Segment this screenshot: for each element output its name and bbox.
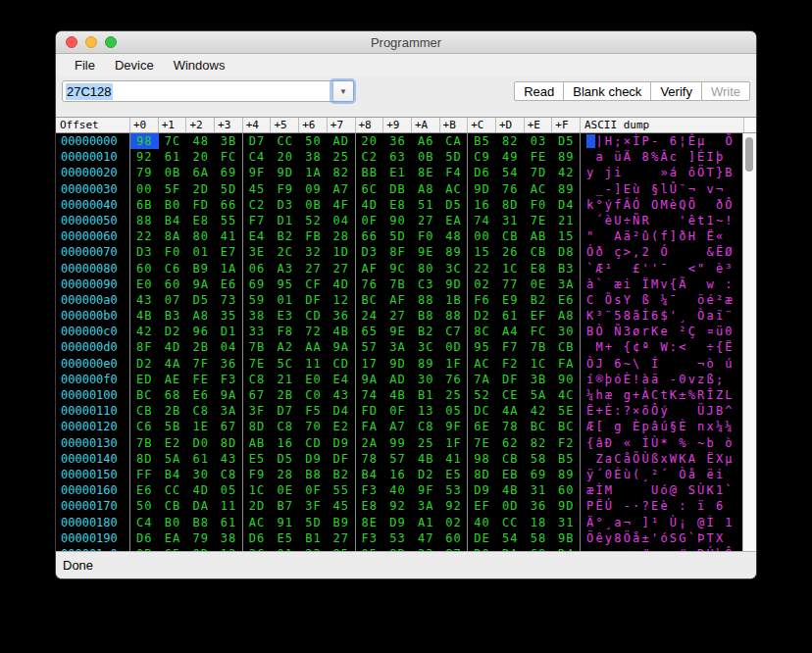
blank-check-button[interactable]: Blank check xyxy=(563,81,651,101)
hex-byte[interactable]: 89 xyxy=(440,244,469,260)
hex-byte[interactable]: CB xyxy=(496,228,525,244)
hex-byte[interactable]: 02 xyxy=(468,276,496,292)
hex-byte[interactable]: 09 xyxy=(299,181,328,197)
hex-byte[interactable]: 8F xyxy=(130,339,159,355)
hex-byte[interactable]: 7E xyxy=(243,356,272,372)
hex-byte[interactable]: A7 xyxy=(328,181,356,197)
hex-byte[interactable]: E2 xyxy=(328,419,356,434)
hex-byte[interactable]: 79 xyxy=(130,165,159,180)
hex-byte[interactable]: 58 xyxy=(525,451,553,467)
hex-byte[interactable]: 60 xyxy=(130,261,159,276)
hex-byte[interactable]: 4B xyxy=(130,308,159,324)
hex-byte[interactable]: 4B xyxy=(383,387,412,403)
hex-byte[interactable]: AB xyxy=(525,228,553,244)
hex-byte[interactable]: D3 xyxy=(130,244,159,260)
hex-byte[interactable]: 38 xyxy=(215,530,243,546)
hex-byte[interactable]: EF xyxy=(525,308,553,324)
hex-byte[interactable]: F2 xyxy=(552,435,581,451)
hex-byte[interactable]: C6 xyxy=(159,261,187,276)
hex-byte[interactable]: 79 xyxy=(186,530,215,546)
hex-byte[interactable]: 31 xyxy=(552,515,581,530)
hex-byte[interactable]: 1E xyxy=(186,419,215,434)
hex-byte[interactable]: FC xyxy=(525,324,553,339)
hex-byte[interactable]: 40 xyxy=(468,515,496,530)
hex-byte[interactable]: 15 xyxy=(552,228,581,244)
hex-byte[interactable]: 45 xyxy=(328,498,356,514)
hex-byte[interactable]: B1 xyxy=(412,387,440,403)
hex-byte[interactable]: 28 xyxy=(328,228,356,244)
hex-byte[interactable]: 8F xyxy=(383,244,412,260)
ascii-dump-text[interactable]: í®þóÈ!àä -0vzß; xyxy=(581,372,742,387)
hex-byte[interactable]: 9D xyxy=(440,276,469,292)
hex-byte[interactable]: 50 xyxy=(299,133,328,149)
hex-byte[interactable]: 40 xyxy=(383,482,412,498)
hex-byte[interactable]: 50 xyxy=(130,498,159,514)
hex-byte[interactable]: B5 xyxy=(552,451,581,467)
hex-byte[interactable]: 9D xyxy=(271,165,299,180)
hex-byte[interactable]: A2 xyxy=(271,339,299,355)
hex-byte[interactable]: F3 xyxy=(215,372,243,387)
hex-byte[interactable]: AC xyxy=(440,181,469,197)
hex-byte[interactable]: E0 xyxy=(299,372,328,387)
hex-byte[interactable]: EA xyxy=(440,213,469,228)
ascii-dump-text[interactable]: à` æi ÏMv{Ã w : xyxy=(581,276,742,292)
hex-byte[interactable]: 53 xyxy=(440,482,469,498)
hex-byte[interactable]: E0 xyxy=(130,276,159,292)
hex-byte[interactable]: E6 xyxy=(552,292,581,308)
hex-byte[interactable]: A3 xyxy=(271,261,299,276)
hex-byte[interactable]: F3 xyxy=(356,530,384,546)
hex-byte[interactable]: 48 xyxy=(440,228,469,244)
hex-byte[interactable]: B9 xyxy=(186,261,215,276)
ascii-dump-text[interactable]: Ä°¸a¬ ]¹ Ù¡ @Ì 1 xyxy=(581,515,742,530)
hex-byte[interactable]: 8E xyxy=(356,515,384,530)
hex-byte[interactable]: 4B xyxy=(328,324,356,339)
hex-byte[interactable]: 80 xyxy=(186,228,215,244)
scrollbar-thumb[interactable] xyxy=(745,137,753,172)
hex-byte[interactable]: DC xyxy=(468,403,496,419)
menu-windows[interactable]: Windows xyxy=(164,58,235,73)
hex-byte[interactable]: 7B xyxy=(525,339,553,355)
hex-byte[interactable]: 15 xyxy=(468,244,496,260)
hex-byte[interactable]: 9E xyxy=(412,244,440,260)
hex-byte[interactable]: 89 xyxy=(552,467,581,482)
hex-byte[interactable]: DE xyxy=(468,530,496,546)
hex-byte[interactable]: ED xyxy=(130,372,159,387)
hex-byte[interactable]: 5D xyxy=(383,228,412,244)
hex-byte[interactable]: 1F xyxy=(440,435,469,451)
hex-byte[interactable]: E6 xyxy=(130,482,159,498)
hex-byte[interactable]: 77 xyxy=(496,276,525,292)
hex-byte[interactable]: 7D xyxy=(525,165,553,180)
hex-byte[interactable]: 27 xyxy=(328,530,356,546)
hex-byte[interactable]: 8D xyxy=(130,451,159,467)
hex-byte[interactable]: 1F xyxy=(440,356,469,372)
hex-byte[interactable]: 22 xyxy=(130,228,159,244)
hex-byte[interactable]: D6 xyxy=(243,530,272,546)
hex-byte[interactable]: 63 xyxy=(383,149,412,165)
hex-byte[interactable]: C2 xyxy=(243,197,272,213)
hex-byte[interactable]: 26 xyxy=(496,244,525,260)
hex-byte[interactable]: 49 xyxy=(496,149,525,165)
hex-byte[interactable]: 36 xyxy=(215,356,243,372)
ascii-dump-text[interactable]: BÒ Ñ3ørKe ²Ç ¤ü0 xyxy=(581,324,742,339)
hex-byte[interactable]: 7E xyxy=(525,213,553,228)
hex-byte[interactable]: BB xyxy=(356,165,384,180)
hex-byte[interactable]: B4 xyxy=(159,213,187,228)
hex-byte[interactable]: 66 xyxy=(356,228,384,244)
hex-byte[interactable]: 3B xyxy=(525,372,553,387)
hex-byte[interactable]: A8 xyxy=(186,308,215,324)
hex-byte[interactable]: DF xyxy=(299,292,328,308)
hex-byte[interactable]: FE xyxy=(186,372,215,387)
hex-byte[interactable]: 5A xyxy=(525,387,553,403)
hex-byte[interactable]: 30 xyxy=(552,324,581,339)
hex-byte[interactable]: 00 xyxy=(130,181,159,197)
hex-byte[interactable]: 27 xyxy=(328,261,356,276)
ascii-dump-text[interactable]: ´èU÷ÑR 'êt1~! xyxy=(581,213,742,228)
hex-byte[interactable]: E8 xyxy=(525,261,553,276)
hex-byte[interactable]: CA xyxy=(440,133,469,149)
hex-byte[interactable]: E5 xyxy=(243,451,272,467)
hex-byte[interactable]: 0E xyxy=(525,276,553,292)
hex-byte[interactable]: E1 xyxy=(383,165,412,180)
hex-byte[interactable]: D2 xyxy=(159,324,187,339)
hex-byte[interactable]: C0 xyxy=(299,387,328,403)
hex-byte[interactable]: 9A xyxy=(186,276,215,292)
